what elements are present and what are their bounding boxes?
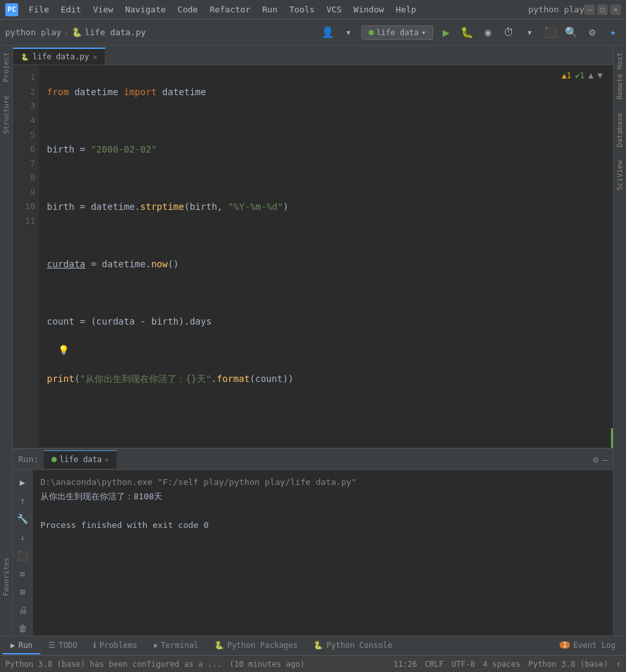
debug-button[interactable]: 🐛 <box>459 25 475 40</box>
bottom-tabs: ▶ Run ☰ TODO ℹ Problems ▪ Terminal 🐍 Pyt… <box>0 635 626 655</box>
status-indent[interactable]: 4 spaces <box>483 660 520 669</box>
menu-code[interactable]: Code <box>173 3 203 16</box>
terminal-icon: ▪ <box>153 641 158 650</box>
run-label: Run: <box>18 454 38 464</box>
sidebar-item-structure[interactable]: Structure <box>0 89 12 141</box>
menu-navigate[interactable]: Navigate <box>120 3 171 16</box>
sidebar-item-project[interactable]: Project <box>0 46 12 89</box>
tab-problems[interactable]: ℹ Problems <box>85 637 145 654</box>
status-git-icon[interactable]: ↑ <box>616 660 621 669</box>
left-panel: Project Structure Favorites <box>0 46 13 635</box>
close-button[interactable]: ✕ <box>610 5 621 15</box>
tab-python-console[interactable]: 🐍 Python Console <box>306 637 400 654</box>
run-tab-icon: ▶ <box>10 641 15 650</box>
run-list-icon[interactable]: ≡ <box>16 566 30 581</box>
project-name[interactable]: python play <box>5 27 61 37</box>
run-tab-text: Run <box>18 641 33 650</box>
app-icon: PC <box>5 3 18 16</box>
run-settings-icon[interactable]: ⚙ <box>593 454 598 465</box>
menu-run[interactable]: Run <box>257 3 283 16</box>
help-button[interactable]: ✦ <box>605 25 621 40</box>
run-down-icon[interactable]: ↓ <box>16 530 30 544</box>
right-panel-sciview[interactable]: SciView <box>614 154 626 197</box>
search-button[interactable]: 🔍 <box>563 25 579 40</box>
run-layout-icon[interactable]: ⊞ <box>16 585 30 599</box>
code-editor[interactable]: ▲1 ✔1 ▲ ▼ 1 2 3 4 5 6 7 8 9 <box>13 65 613 448</box>
todo-tab-text: TODO <box>59 641 78 650</box>
tab-bar: 🐍 life data.py ✕ <box>13 46 613 65</box>
title-text: python play <box>528 5 584 14</box>
menu-window[interactable]: Window <box>349 3 390 16</box>
run-print-icon[interactable]: 🖨 <box>16 603 30 617</box>
right-panel-remote-host[interactable]: Remote Host <box>614 46 626 106</box>
status-interpreter[interactable]: Python 3.8 (base) <box>528 660 608 669</box>
python-console-tab-text: Python Console <box>326 641 392 650</box>
run-config-button[interactable]: life data ▾ <box>362 25 433 40</box>
run-empty <box>40 504 605 518</box>
tab-run[interactable]: ▶ Run <box>3 637 40 654</box>
line-num-8: 8 <box>17 171 35 185</box>
menu-view[interactable]: View <box>88 3 119 16</box>
vcs-dropdown[interactable]: ▾ <box>341 25 356 40</box>
menu-edit[interactable]: Edit <box>55 3 86 16</box>
vcs-icon[interactable]: 👤 <box>320 25 335 40</box>
run-stop-icon[interactable]: ⬛ <box>16 548 30 562</box>
run-play-icon[interactable]: ▶ <box>16 475 30 489</box>
menu-tools[interactable]: Tools <box>284 3 320 16</box>
event-log-tab-text: Event Log <box>573 641 616 650</box>
event-log-badge: 1 <box>560 641 570 649</box>
code-line-3: birth = "2000-02-02" <box>47 142 605 156</box>
line-numbers: 1 2 3 4 5 6 7 8 9 10 11 <box>13 65 39 448</box>
profile-button[interactable]: ⏱ <box>501 25 517 40</box>
more-button[interactable]: ▾ <box>522 25 537 40</box>
tab-event-log[interactable]: 1 Event Log <box>552 637 623 654</box>
python-console-icon: 🐍 <box>313 641 323 650</box>
minimize-button[interactable]: — <box>584 5 595 15</box>
tab-python-packages[interactable]: 🐍 Python Packages <box>206 637 306 654</box>
menu-file[interactable]: File <box>23 3 54 16</box>
menu-refactor[interactable]: Refactor <box>205 3 256 16</box>
code-line-9: count = (curdata - birth).days <box>47 314 605 329</box>
right-panels: Remote Host Database SciView <box>613 46 626 635</box>
tab-terminal[interactable]: ▪ Terminal <box>145 637 206 654</box>
line-num-9: 9 <box>17 185 35 199</box>
run-minimize-icon[interactable]: — <box>603 454 608 465</box>
editor-tab-lifedata[interactable]: 🐍 life data.py ✕ <box>13 48 106 65</box>
run-tab-label: life data <box>59 455 102 464</box>
run-button[interactable]: ▶ <box>438 25 454 40</box>
run-config-label: life data <box>377 28 419 37</box>
stop-button[interactable]: ⬛ <box>543 25 558 40</box>
line-num-6: 6 <box>17 142 35 156</box>
line-num-7: 7 <box>17 156 35 171</box>
sidebar-item-favorites[interactable]: Favorites <box>2 557 10 596</box>
status-line-ending[interactable]: CRLF <box>425 660 444 669</box>
settings-button[interactable]: ⚙ <box>584 25 600 40</box>
right-panel-database[interactable]: Database <box>614 106 626 154</box>
code-content[interactable]: from datetime import datetime birth = "2… <box>39 65 613 448</box>
tab-todo[interactable]: ☰ TODO <box>40 637 85 654</box>
run-body: ▶ ↑ 🔧 ↓ ⬛ ≡ ⊞ 🖨 🗑 D:\anaconda\python.exe… <box>13 470 613 635</box>
tab-close-button[interactable]: ✕ <box>93 53 98 61</box>
run-tab-close[interactable]: ✕ <box>104 456 109 464</box>
line-num-5: 5 <box>17 128 35 142</box>
coverage-button[interactable]: ◉ <box>480 25 496 40</box>
run-wrench-icon[interactable]: 🔧 <box>16 512 30 526</box>
line-num-10: 10 <box>17 199 35 214</box>
problems-icon: ℹ <box>93 641 96 650</box>
run-trash-icon[interactable]: 🗑 <box>16 621 30 635</box>
run-panel-header: Run: life data ✕ ⚙ — <box>13 449 613 470</box>
run-up-icon[interactable]: ↑ <box>16 493 30 508</box>
run-exit-message: Process finished with exit code 0 <box>40 518 605 533</box>
status-position[interactable]: 11:26 <box>393 660 417 669</box>
line-num-11: 11 <box>17 214 35 228</box>
menu-vcs[interactable]: VCS <box>321 3 347 16</box>
menu-help[interactable]: Help <box>391 3 421 16</box>
breadcrumb-file[interactable]: life data.py <box>85 27 146 37</box>
editor-section: 🐍 life data.py ✕ ▲1 ✔1 ▲ ▼ 1 <box>13 46 613 448</box>
run-tab[interactable]: life data ✕ <box>44 450 117 469</box>
code-line-4 <box>47 171 605 185</box>
status-encoding[interactable]: UTF-8 <box>451 660 475 669</box>
code-line-5: birth = datetime.strptime(birth, "%Y-%m-… <box>47 199 605 214</box>
toolbar: python play › 🐍 life data.py 👤 ▾ life da… <box>0 20 626 46</box>
restore-button[interactable]: □ <box>597 5 608 15</box>
